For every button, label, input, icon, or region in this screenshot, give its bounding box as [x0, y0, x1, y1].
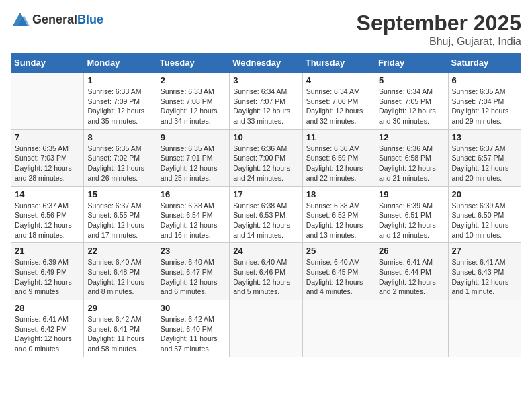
calendar-cell: 14Sunrise: 6:37 AMSunset: 6:56 PMDayligh… — [11, 186, 84, 243]
header-day-monday: Monday — [84, 54, 157, 73]
day-number: 19 — [379, 189, 444, 199]
calendar-table: SundayMondayTuesdayWednesdayThursdayFrid… — [11, 53, 521, 357]
cell-content: Sunrise: 6:38 AMSunset: 6:53 PMDaylight:… — [233, 201, 298, 240]
calendar-cell — [11, 73, 84, 130]
day-number: 23 — [161, 246, 226, 256]
cell-content: Sunrise: 6:39 AMSunset: 6:49 PMDaylight:… — [15, 257, 80, 297]
title-block: September 2025 Bhuj, Gujarat, India — [357, 11, 521, 48]
logo-general: GeneralBlue — [32, 13, 103, 27]
calendar-week-3: 14Sunrise: 6:37 AMSunset: 6:56 PMDayligh… — [11, 186, 521, 243]
calendar-cell: 12Sunrise: 6:36 AMSunset: 6:58 PMDayligh… — [375, 129, 448, 186]
day-number: 27 — [452, 246, 517, 256]
calendar-cell: 23Sunrise: 6:40 AMSunset: 6:47 PMDayligh… — [157, 243, 229, 300]
calendar-cell — [302, 300, 375, 357]
month-title: September 2025 — [357, 11, 521, 36]
cell-content: Sunrise: 6:34 AMSunset: 7:07 PMDaylight:… — [233, 87, 298, 126]
day-number: 2 — [161, 75, 226, 85]
day-number: 14 — [15, 189, 80, 199]
cell-content: Sunrise: 6:36 AMSunset: 6:59 PMDaylight:… — [306, 144, 371, 183]
day-number: 7 — [15, 132, 80, 142]
cell-content: Sunrise: 6:36 AMSunset: 7:00 PMDaylight:… — [233, 144, 298, 183]
calendar-cell: 24Sunrise: 6:40 AMSunset: 6:46 PMDayligh… — [230, 243, 302, 300]
calendar-header-row: SundayMondayTuesdayWednesdayThursdayFrid… — [11, 54, 521, 73]
header-day-thursday: Thursday — [302, 54, 375, 73]
calendar-cell: 15Sunrise: 6:37 AMSunset: 6:55 PMDayligh… — [84, 186, 157, 243]
day-number: 6 — [452, 75, 517, 85]
calendar-cell — [375, 300, 448, 357]
calendar-cell: 29Sunrise: 6:42 AMSunset: 6:41 PMDayligh… — [84, 300, 157, 357]
header-day-sunday: Sunday — [11, 54, 84, 73]
cell-content: Sunrise: 6:40 AMSunset: 6:46 PMDaylight:… — [233, 257, 298, 297]
cell-content: Sunrise: 6:35 AMSunset: 7:03 PMDaylight:… — [15, 144, 80, 183]
cell-content: Sunrise: 6:35 AMSunset: 7:04 PMDaylight:… — [452, 87, 517, 126]
calendar-cell: 27Sunrise: 6:41 AMSunset: 6:43 PMDayligh… — [448, 243, 521, 300]
day-number: 20 — [452, 189, 517, 199]
calendar-cell: 5Sunrise: 6:34 AMSunset: 7:05 PMDaylight… — [375, 73, 448, 130]
logo-icon — [11, 11, 30, 30]
cell-content: Sunrise: 6:40 AMSunset: 6:48 PMDaylight:… — [87, 257, 152, 297]
calendar-cell — [230, 300, 302, 357]
calendar-cell: 17Sunrise: 6:38 AMSunset: 6:53 PMDayligh… — [230, 186, 302, 243]
cell-content: Sunrise: 6:37 AMSunset: 6:56 PMDaylight:… — [15, 201, 80, 240]
calendar-cell: 18Sunrise: 6:38 AMSunset: 6:52 PMDayligh… — [302, 186, 375, 243]
calendar-cell: 28Sunrise: 6:41 AMSunset: 6:42 PMDayligh… — [11, 300, 84, 357]
day-number: 24 — [233, 246, 298, 256]
day-number: 13 — [452, 132, 517, 142]
day-number: 12 — [379, 132, 444, 142]
location-title: Bhuj, Gujarat, India — [357, 36, 521, 48]
cell-content: Sunrise: 6:40 AMSunset: 6:47 PMDaylight:… — [161, 257, 226, 297]
cell-content: Sunrise: 6:33 AMSunset: 7:08 PMDaylight:… — [161, 87, 226, 126]
calendar-cell: 3Sunrise: 6:34 AMSunset: 7:07 PMDaylight… — [230, 73, 302, 130]
calendar-week-5: 28Sunrise: 6:41 AMSunset: 6:42 PMDayligh… — [11, 300, 521, 357]
calendar-cell — [448, 300, 521, 357]
day-number: 18 — [306, 189, 371, 199]
calendar-cell: 8Sunrise: 6:35 AMSunset: 7:02 PMDaylight… — [84, 129, 157, 186]
calendar-cell: 7Sunrise: 6:35 AMSunset: 7:03 PMDaylight… — [11, 129, 84, 186]
day-number: 9 — [161, 132, 226, 142]
cell-content: Sunrise: 6:33 AMSunset: 7:09 PMDaylight:… — [87, 87, 152, 126]
calendar-cell: 6Sunrise: 6:35 AMSunset: 7:04 PMDaylight… — [448, 73, 521, 130]
cell-content: Sunrise: 6:37 AMSunset: 6:55 PMDaylight:… — [87, 201, 152, 240]
cell-content: Sunrise: 6:41 AMSunset: 6:43 PMDaylight:… — [452, 257, 517, 297]
day-number: 28 — [15, 303, 80, 313]
day-number: 17 — [233, 189, 298, 199]
page-header: GeneralBlue September 2025 Bhuj, Gujarat… — [11, 11, 521, 48]
calendar-cell: 26Sunrise: 6:41 AMSunset: 6:44 PMDayligh… — [375, 243, 448, 300]
day-number: 3 — [233, 75, 298, 85]
calendar-cell: 30Sunrise: 6:42 AMSunset: 6:40 PMDayligh… — [157, 300, 229, 357]
cell-content: Sunrise: 6:41 AMSunset: 6:44 PMDaylight:… — [379, 257, 444, 297]
day-number: 26 — [379, 246, 444, 256]
header-day-tuesday: Tuesday — [157, 54, 229, 73]
calendar-cell: 2Sunrise: 6:33 AMSunset: 7:08 PMDaylight… — [157, 73, 229, 130]
cell-content: Sunrise: 6:37 AMSunset: 6:57 PMDaylight:… — [452, 144, 517, 183]
cell-content: Sunrise: 6:34 AMSunset: 7:05 PMDaylight:… — [379, 87, 444, 126]
calendar-cell: 4Sunrise: 6:34 AMSunset: 7:06 PMDaylight… — [302, 73, 375, 130]
day-number: 10 — [233, 132, 298, 142]
cell-content: Sunrise: 6:41 AMSunset: 6:42 PMDaylight:… — [15, 314, 80, 354]
cell-content: Sunrise: 6:39 AMSunset: 6:50 PMDaylight:… — [452, 201, 517, 240]
header-day-saturday: Saturday — [448, 54, 521, 73]
day-number: 1 — [87, 75, 152, 85]
logo: GeneralBlue — [11, 11, 103, 30]
day-number: 5 — [379, 75, 444, 85]
calendar-cell: 19Sunrise: 6:39 AMSunset: 6:51 PMDayligh… — [375, 186, 448, 243]
calendar-cell: 20Sunrise: 6:39 AMSunset: 6:50 PMDayligh… — [448, 186, 521, 243]
header-day-wednesday: Wednesday — [230, 54, 302, 73]
day-number: 25 — [306, 246, 371, 256]
day-number: 22 — [87, 246, 152, 256]
calendar-cell: 9Sunrise: 6:35 AMSunset: 7:01 PMDaylight… — [157, 129, 229, 186]
cell-content: Sunrise: 6:35 AMSunset: 7:02 PMDaylight:… — [87, 144, 152, 183]
header-day-friday: Friday — [375, 54, 448, 73]
calendar-cell: 22Sunrise: 6:40 AMSunset: 6:48 PMDayligh… — [84, 243, 157, 300]
cell-content: Sunrise: 6:38 AMSunset: 6:54 PMDaylight:… — [161, 201, 226, 240]
day-number: 15 — [87, 189, 152, 199]
cell-content: Sunrise: 6:42 AMSunset: 6:41 PMDaylight:… — [87, 314, 152, 354]
cell-content: Sunrise: 6:40 AMSunset: 6:45 PMDaylight:… — [306, 257, 371, 297]
cell-content: Sunrise: 6:36 AMSunset: 6:58 PMDaylight:… — [379, 144, 444, 183]
day-number: 16 — [161, 189, 226, 199]
cell-content: Sunrise: 6:42 AMSunset: 6:40 PMDaylight:… — [161, 314, 226, 354]
cell-content: Sunrise: 6:34 AMSunset: 7:06 PMDaylight:… — [306, 87, 371, 126]
day-number: 4 — [306, 75, 371, 85]
day-number: 21 — [15, 246, 80, 256]
cell-content: Sunrise: 6:39 AMSunset: 6:51 PMDaylight:… — [379, 201, 444, 240]
